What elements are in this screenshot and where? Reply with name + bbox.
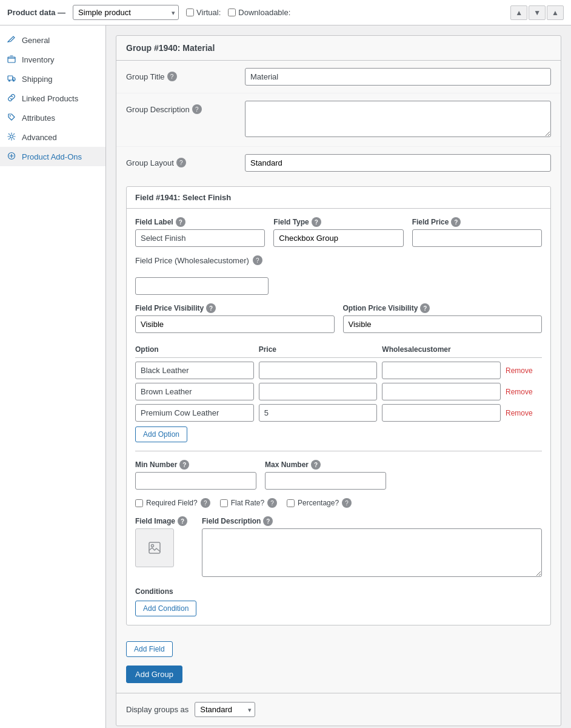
group-panel: Group #1940: Material Group Title ? Grou <box>116 35 561 726</box>
option-remove-col-1: Remove <box>506 387 542 396</box>
option-wholesale-input-2[interactable] <box>382 404 501 422</box>
options-header-remove <box>506 345 542 354</box>
option-price-visibility-help-icon[interactable]: ? <box>420 303 430 313</box>
option-price-input-2[interactable] <box>259 404 378 422</box>
flat-rate-checkbox-label[interactable]: Flat Rate? ? <box>220 498 277 508</box>
option-price-visibility-select[interactable]: Visible Hidden <box>343 315 543 333</box>
min-number-help-icon[interactable]: ? <box>179 460 189 470</box>
sidebar-item-attributes[interactable]: Attributes <box>0 108 105 127</box>
option-wholesale-col-1 <box>382 383 501 400</box>
field-description-textarea[interactable] <box>202 528 542 577</box>
option-name-col-0 <box>135 362 254 379</box>
field-image-help-icon[interactable]: ? <box>178 516 187 526</box>
option-name-input-2[interactable] <box>135 404 254 422</box>
option-remove-2[interactable]: Remove <box>506 409 533 417</box>
option-price-col-1 <box>259 383 378 400</box>
add-option-button[interactable]: Add Option <box>135 426 187 442</box>
sidebar-item-advanced[interactable]: Advanced <box>0 127 105 147</box>
field-section: Field #1941: Select Finish Field Label ? <box>126 186 551 625</box>
group-description-help-icon[interactable]: ? <box>192 104 202 114</box>
option-price-visibility-col: Option Price Visibility ? Visible Hidden <box>343 303 543 333</box>
product-type-select[interactable]: Simple product Variable product Grouped … <box>73 5 179 20</box>
group-title-help-icon[interactable]: ? <box>167 72 177 81</box>
group-layout-select[interactable]: Standard Radiobutton Select <box>245 154 551 172</box>
field-description-label: Field Description ? <box>202 516 542 526</box>
sidebar-item-linked-products-label: Linked Products <box>22 94 78 103</box>
svg-point-2 <box>9 80 10 81</box>
option-remove-0[interactable]: Remove <box>506 366 533 375</box>
image-description-row: Field Image ? <box>135 516 542 579</box>
arrow-down-btn[interactable]: ▼ <box>529 5 546 20</box>
field-price-visibility-help-icon[interactable]: ? <box>206 303 216 313</box>
field-type-select[interactable]: Checkbox Group Radio Buttons Select Text… <box>273 229 403 247</box>
display-groups-select[interactable]: Standard Accordion <box>195 702 255 717</box>
add-condition-button[interactable]: Add Condition <box>135 601 196 616</box>
percentage-help-icon[interactable]: ? <box>342 498 352 508</box>
field-label-help-icon[interactable]: ? <box>176 217 185 227</box>
max-number-help-icon[interactable]: ? <box>311 460 321 470</box>
required-field-checkbox[interactable] <box>135 499 143 507</box>
group-layout-help-icon[interactable]: ? <box>176 158 186 167</box>
option-wholesale-input-0[interactable] <box>382 362 501 379</box>
option-price-col-2 <box>259 404 378 422</box>
field-label-input[interactable] <box>135 229 265 247</box>
virtual-checkbox[interactable] <box>186 8 194 16</box>
required-field-checkbox-label[interactable]: Required Field? ? <box>135 498 210 508</box>
product-data-label: Product data — <box>7 8 65 17</box>
box-icon <box>7 55 17 64</box>
sidebar-item-shipping[interactable]: Shipping <box>0 69 105 89</box>
flat-rate-help-icon[interactable]: ? <box>267 498 277 508</box>
option-price-visibility-heading: Option Price Visibility ? <box>343 303 543 313</box>
top-bar-arrows: ▲ ▼ ▲ <box>510 5 564 20</box>
field-price-visibility-select[interactable]: Visible Hidden <box>135 315 335 333</box>
group-description-textarea[interactable] <box>245 101 551 137</box>
downloadable-checkbox[interactable] <box>228 8 236 16</box>
svg-point-4 <box>10 115 11 116</box>
field-price-input[interactable] <box>412 229 542 247</box>
option-name-input-1[interactable] <box>135 383 254 400</box>
percentage-checkbox-label[interactable]: Percentage? ? <box>287 498 352 508</box>
option-price-input-1[interactable] <box>259 383 378 400</box>
add-group-button[interactable]: Add Group <box>126 666 182 683</box>
field-price-wholesale-help-icon[interactable]: ? <box>253 255 262 265</box>
flat-rate-checkbox[interactable] <box>220 499 228 507</box>
field-row-3: Field Price Visibility ? Visible Hidden <box>135 303 542 333</box>
percentage-checkbox[interactable] <box>287 499 295 507</box>
arrow-up-btn[interactable]: ▲ <box>510 5 527 20</box>
min-number-col: Min Number ? <box>135 460 256 490</box>
option-name-col-2 <box>135 404 254 422</box>
sidebar-item-product-add-ons[interactable]: Product Add-Ons <box>0 147 105 166</box>
options-table-section: Option Price Wholesalecustomer <box>135 342 542 442</box>
option-name-input-0[interactable] <box>135 362 254 379</box>
virtual-label: Virtual: <box>196 8 221 17</box>
option-wholesale-input-1[interactable] <box>382 383 501 400</box>
required-field-help-icon[interactable]: ? <box>201 498 210 508</box>
field-description-help-icon[interactable]: ? <box>263 516 273 526</box>
field-price-help-icon[interactable]: ? <box>451 217 461 227</box>
min-number-input[interactable] <box>135 472 256 490</box>
sidebar-item-linked-products[interactable]: Linked Products <box>0 89 105 108</box>
main-layout: General Inventory <box>0 25 571 728</box>
arrow-expand-btn[interactable]: ▲ <box>547 5 564 20</box>
field-price-wholesale-input[interactable] <box>135 277 269 295</box>
max-number-input[interactable] <box>265 472 386 490</box>
sidebar-item-product-add-ons-label: Product Add-Ons <box>22 152 82 161</box>
divider-1 <box>135 451 542 451</box>
group-title-input[interactable] <box>245 68 551 86</box>
svg-point-5 <box>10 135 13 138</box>
sidebar-item-general[interactable]: General <box>0 30 105 50</box>
top-bar: Product data — Simple product Variable p… <box>0 0 571 25</box>
downloadable-checkbox-group: Downloadable: <box>228 8 290 17</box>
sidebar-item-shipping-label: Shipping <box>22 75 53 84</box>
option-remove-col-2: Remove <box>506 408 542 417</box>
sidebar-item-inventory[interactable]: Inventory <box>0 50 105 69</box>
field-header: Field #1941: Select Finish <box>127 187 550 209</box>
add-field-button[interactable]: Add Field <box>126 641 173 657</box>
option-price-input-0[interactable] <box>259 362 378 379</box>
field-type-help-icon[interactable]: ? <box>312 217 321 227</box>
sidebar-item-advanced-label: Advanced <box>22 133 57 142</box>
product-type-select-wrapper: Simple product Variable product Grouped … <box>73 5 179 20</box>
option-remove-1[interactable]: Remove <box>506 388 533 396</box>
field-price-visibility-heading: Field Price Visibility ? <box>135 303 335 313</box>
field-image-placeholder[interactable] <box>135 528 174 567</box>
